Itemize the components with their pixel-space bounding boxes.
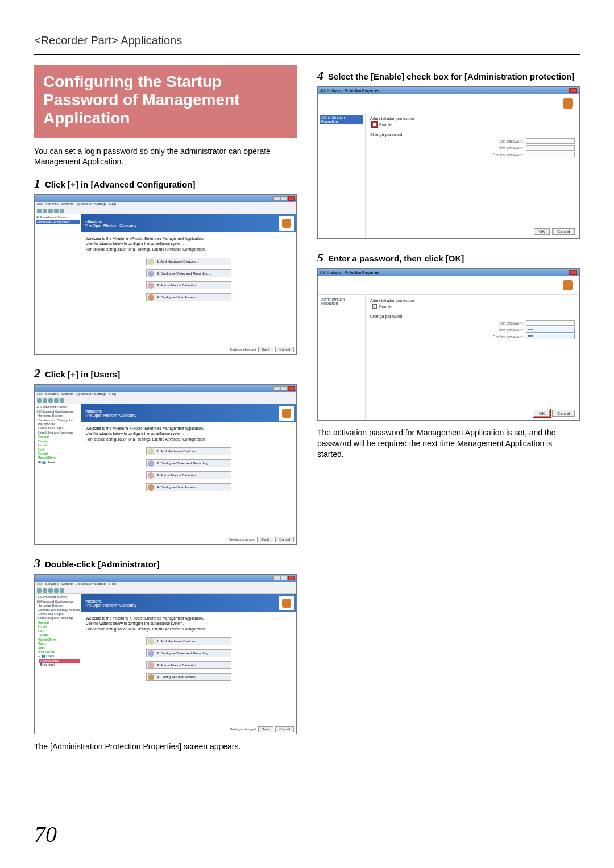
wizard-user-access-button[interactable]: 4. Configure User Access...	[146, 293, 231, 301]
welcome-subtext2: For detailed configuration of all settin…	[86, 247, 292, 252]
wizard-configure-video-button[interactable]: 2. Configure Video and Recording...	[146, 459, 231, 467]
footer-status: Settings changed	[230, 348, 256, 351]
wizard-user-access-button[interactable]: 4. Configure User Access...	[146, 673, 231, 681]
menu-item[interactable]: File	[37, 582, 43, 587]
cancel-button[interactable]: Cancel	[275, 347, 294, 352]
wizard-motion-detection-button[interactable]: 3. Adjust Motion Detection...	[146, 661, 231, 669]
wizard-motion-detection-button[interactable]: 3. Adjust Motion Detection...	[146, 471, 231, 479]
logo-icon	[279, 596, 294, 610]
banner-brand: milestone	[85, 219, 293, 223]
menu-item[interactable]: Application Settings	[76, 202, 106, 207]
nav-tree[interactable]: ⊞ Surveillance Server Advanced Configura…	[35, 214, 81, 354]
nav-tree[interactable]: ⊟ Surveillance Server ⊟ Advanced Configu…	[35, 594, 81, 734]
menu-item[interactable]: Services	[45, 582, 59, 587]
close-icon[interactable]	[569, 88, 577, 93]
wizard-configure-video-button[interactable]: 2. Configure Video and Recording...	[146, 649, 231, 657]
save-button[interactable]: Save	[258, 726, 274, 732]
step-2-head: 2 Click [+] in [Users]	[34, 366, 297, 381]
menu-item[interactable]: Wizards	[61, 392, 74, 397]
section-change-password: Change password	[370, 132, 575, 136]
welcome-subtext: Use the wizards below to configure the s…	[86, 621, 292, 626]
step-5-caption: The activation password for Management A…	[317, 427, 580, 460]
menu-item[interactable]: Help	[109, 392, 116, 397]
menu-item[interactable]: Application Settings	[76, 392, 106, 397]
sidebar-admin-protection-node[interactable]: Administration Protection	[320, 297, 363, 306]
new-password-input[interactable]	[526, 327, 575, 333]
confirm-password-label: Confirm password:	[493, 153, 524, 157]
logo-icon	[560, 95, 576, 111]
step-2-text: Click [+] in [Users]	[45, 369, 120, 380]
confirm-password-input[interactable]	[526, 334, 575, 339]
old-password-input[interactable]	[526, 320, 575, 326]
tree-users-node[interactable]: Users	[47, 460, 55, 464]
enable-checkbox[interactable]	[372, 122, 377, 127]
save-button[interactable]: Save	[258, 347, 274, 352]
wizard-add-hardware-button[interactable]: 1. Add Hardware Devices...	[146, 258, 231, 265]
cancel-button[interactable]: Cancel	[552, 410, 575, 417]
nav-tree[interactable]: ⊟ Surveillance Server ⊟ Advanced Configu…	[35, 404, 81, 544]
screenshot-step-1: File Services Wizards Application Settin…	[34, 194, 297, 355]
menu-item[interactable]: File	[37, 392, 43, 397]
dialog-step-5: Administration Protection Properties Adm…	[317, 268, 580, 421]
screenshot-step-2: File Services Wizards Application Settin…	[34, 384, 297, 545]
screenshot-step-3: File Services Wizards Application Settin…	[34, 574, 297, 734]
step-1-num: 1	[34, 176, 40, 191]
menu-item[interactable]: Wizards	[61, 202, 74, 207]
welcome-subtext: Use the wizards below to configure the s…	[86, 241, 292, 246]
step-4-num: 4	[317, 68, 323, 83]
tree-advanced-config-node[interactable]: Advanced Configuration	[36, 220, 80, 224]
step-1-head: 1 Click [+] in [Advanced Configuration]	[34, 176, 297, 191]
menu-item[interactable]: Help	[109, 582, 116, 587]
menu-item[interactable]: File	[37, 202, 43, 207]
cancel-button[interactable]: Cancel	[552, 228, 575, 235]
cancel-button[interactable]: Cancel	[275, 726, 294, 732]
new-password-label: New password:	[499, 146, 524, 150]
banner-tag: The Open Platform Company	[85, 223, 293, 227]
wizard-user-access-button[interactable]: 4. Configure User Access...	[146, 483, 231, 491]
old-password-input[interactable]	[526, 138, 575, 144]
enable-checkbox[interactable]	[372, 304, 377, 309]
wizard-add-hardware-button[interactable]: 1. Add Hardware Devices...	[146, 637, 231, 645]
wizard-add-hardware-button[interactable]: 1. Add Hardware Devices...	[146, 447, 231, 455]
menu-item[interactable]: Wizards	[61, 582, 74, 587]
enable-label: Enable	[379, 305, 392, 309]
welcome-subtext: Use the wizards below to configure the s…	[86, 431, 292, 436]
apply-button[interactable]: Apply	[257, 537, 273, 542]
welcome-text: Welcome to the Milestone XProtect Enterp…	[86, 426, 292, 431]
cancel-button[interactable]: Cancel	[275, 537, 294, 542]
tree-administrator-node[interactable]: Administrator	[39, 659, 80, 663]
section-admin-protection: Administration protection	[370, 298, 575, 302]
confirm-password-input[interactable]	[526, 152, 575, 157]
old-password-label: Old password:	[500, 321, 524, 325]
banner-brand: milestone	[85, 599, 293, 603]
wizard-configure-video-button[interactable]: 2. Configure Video and Recording...	[146, 269, 231, 277]
dialog-title: Administration Protection Properties	[320, 271, 379, 275]
menu-item[interactable]: Services	[45, 392, 59, 397]
menu-item[interactable]: Application Settings	[76, 582, 106, 587]
confirm-password-label: Confirm password:	[493, 335, 524, 339]
title-block: Configuring the Startup Password of Mana…	[34, 65, 297, 138]
new-password-input[interactable]	[526, 145, 575, 151]
welcome-text: Welcome to the Milestone XProtect Enterp…	[86, 236, 292, 241]
welcome-subtext2: For detailed configuration of all settin…	[86, 437, 292, 442]
menu-item[interactable]: Services	[45, 202, 59, 207]
welcome-text: Welcome to the Milestone XProtect Enterp…	[86, 616, 292, 621]
step-5-num: 5	[317, 250, 323, 265]
page-number: 70	[34, 821, 57, 848]
banner-tag: The Open Platform Company	[85, 413, 293, 417]
close-icon[interactable]	[569, 270, 577, 275]
breadcrumb: <Recorder Part> Applications	[34, 34, 580, 47]
wizard-motion-detection-button[interactable]: 3. Adjust Motion Detection...	[146, 281, 231, 289]
enable-label: Enable	[379, 123, 392, 127]
ok-button[interactable]: OK	[534, 228, 550, 235]
step-3-text: Double-click [Administrator]	[45, 559, 160, 570]
sidebar-admin-protection-node[interactable]: Administration Protection	[320, 115, 363, 124]
ok-button[interactable]: OK	[534, 410, 550, 417]
menu-item[interactable]: Help	[109, 202, 116, 207]
dialog-title: Administration Protection Properties	[320, 89, 379, 93]
footer-status: Settings changed	[230, 728, 256, 731]
footer-status: Settings changed	[229, 538, 255, 541]
welcome-subtext2: For detailed configuration of all settin…	[86, 626, 292, 632]
step-5-text: Enter a password, then click [OK]	[328, 254, 464, 264]
step-3-caption: The [Administration Protection Propertie…	[34, 741, 297, 752]
